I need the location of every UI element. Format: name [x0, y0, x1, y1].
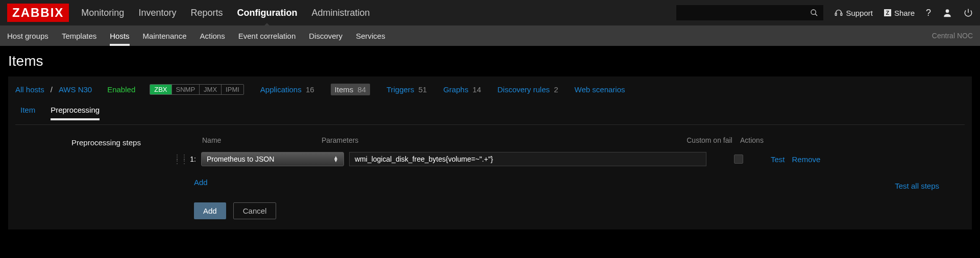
tabs-underline	[15, 124, 965, 125]
iface-snmp: SNMP	[172, 85, 200, 94]
test-all-steps-link[interactable]: Test all steps	[895, 182, 939, 190]
triggers-count: 51	[419, 85, 427, 94]
step-index: 1:	[187, 155, 196, 163]
add-step-wrap: Add	[194, 178, 208, 187]
subnav-maintenance[interactable]: Maintenance	[143, 25, 187, 46]
context-label: Central NOC	[932, 32, 973, 40]
nav-monitoring[interactable]: Monitoring	[81, 0, 124, 25]
power-icon[interactable]	[964, 8, 973, 17]
subnav-templates[interactable]: Templates	[62, 25, 96, 46]
col-actions-header: Actions	[740, 136, 817, 144]
svg-point-0	[811, 10, 816, 14]
discovery-link[interactable]: Discovery rules 2	[498, 85, 558, 94]
step-1-row: ⋮⋮⋮⋮ 1: Prometheus to JSON ▲▼ Test Remo	[71, 147, 965, 219]
help-button[interactable]: ?	[926, 8, 931, 18]
search-icon	[810, 9, 818, 17]
subnav-actions[interactable]: Actions	[200, 25, 225, 46]
triggers-label: Triggers	[386, 85, 414, 94]
subnav-hosts[interactable]: Hosts	[110, 25, 129, 46]
triggers-link[interactable]: Triggers 51	[386, 85, 427, 94]
subnav-event-correlation[interactable]: Event correlation	[238, 25, 296, 46]
subnav-host-groups[interactable]: Host groups	[7, 25, 48, 46]
nav-configuration[interactable]: Configuration	[237, 0, 297, 25]
applications-link[interactable]: Applications 16	[260, 85, 314, 94]
user-icon[interactable]	[942, 8, 952, 18]
headset-icon	[835, 9, 843, 17]
add-step-link[interactable]: Add	[194, 178, 208, 187]
interface-badges: ZBX SNMP JMX IPMI	[150, 84, 244, 95]
step-remove-link[interactable]: Remove	[792, 155, 821, 164]
content: Items All hosts / AWS N30 Enabled ZBX SN…	[0, 46, 980, 239]
iface-jmx: JMX	[200, 85, 222, 94]
search-input[interactable]	[676, 5, 823, 20]
form-tabs: Item Preprocessing	[15, 106, 965, 120]
share-z-icon: Z	[884, 9, 891, 16]
row-actions: Test Remove	[771, 155, 820, 164]
subnav-discovery[interactable]: Discovery	[309, 25, 342, 46]
items-current[interactable]: Items 84	[331, 84, 371, 95]
subnav-services[interactable]: Services	[356, 25, 385, 46]
column-headers: Name Parameters Custom on fail Actions	[174, 136, 965, 144]
web-scenarios-link[interactable]: Web scenarios	[575, 85, 625, 94]
all-hosts-link[interactable]: All hosts	[15, 85, 44, 94]
svg-rect-3	[841, 13, 842, 16]
host-breadcrumb: All hosts / AWS N30 Enabled ZBX SNMP JMX…	[15, 84, 965, 95]
step-row: ⋮⋮⋮⋮ 1: Prometheus to JSON ▲▼ Test Remo	[174, 152, 965, 166]
panel: All hosts / AWS N30 Enabled ZBX SNMP JMX…	[8, 76, 972, 229]
host-enabled-label: Enabled	[107, 85, 135, 94]
custom-on-fail-cell	[712, 154, 766, 164]
support-link[interactable]: Support	[835, 9, 873, 17]
share-label: Share	[894, 9, 915, 17]
nav-inventory[interactable]: Inventory	[138, 0, 176, 25]
nav-reports[interactable]: Reports	[190, 0, 223, 25]
sub-nav: Host groups Templates Hosts Maintenance …	[0, 25, 980, 46]
drag-handle-icon[interactable]: ⋮⋮⋮⋮	[174, 155, 182, 163]
form-buttons: Add Cancel	[174, 202, 965, 219]
top-right: Support Z Share ?	[676, 5, 973, 20]
cancel-button[interactable]: Cancel	[233, 202, 277, 219]
graphs-link[interactable]: Graphs 14	[443, 85, 481, 94]
iface-zbx: ZBX	[150, 85, 172, 94]
support-label: Support	[846, 9, 873, 17]
applications-label: Applications	[260, 85, 302, 94]
step-test-link[interactable]: Test	[771, 155, 785, 164]
share-link[interactable]: Z Share	[884, 9, 915, 17]
step-type-value: Prometheus to JSON	[207, 155, 274, 163]
svg-line-1	[815, 14, 817, 16]
col-params-header: Parameters	[322, 136, 679, 144]
step-param-input[interactable]	[349, 152, 706, 166]
discovery-label: Discovery rules	[498, 85, 550, 94]
header-row: Preprocessing steps Name Parameters Cust…	[71, 136, 965, 147]
tab-preprocessing[interactable]: Preprocessing	[51, 106, 100, 120]
main-nav: Monitoring Inventory Reports Configurati…	[81, 0, 370, 25]
graphs-label: Graphs	[443, 85, 468, 94]
applications-count: 16	[306, 85, 314, 94]
step-type-select[interactable]: Prometheus to JSON ▲▼	[201, 152, 344, 166]
items-count: 84	[357, 85, 366, 94]
svg-rect-2	[836, 13, 837, 16]
svg-point-4	[946, 9, 949, 13]
col-name-header: Name	[174, 136, 322, 144]
col-fail-header: Custom on fail	[679, 136, 740, 144]
graphs-count: 14	[473, 85, 481, 94]
breadcrumb-sep: /	[51, 85, 53, 94]
custom-on-fail-checkbox[interactable]	[734, 154, 743, 164]
section-label: Preprocessing steps	[71, 136, 163, 147]
nav-administration[interactable]: Administration	[311, 0, 370, 25]
topbar: ZABBIX Monitoring Inventory Reports Conf…	[0, 0, 980, 25]
form-area: Preprocessing steps Name Parameters Cust…	[15, 136, 965, 219]
brand-logo[interactable]: ZABBIX	[7, 4, 69, 22]
tab-item[interactable]: Item	[20, 106, 35, 120]
select-arrows-icon: ▲▼	[333, 156, 338, 162]
page-title: Items	[8, 53, 972, 69]
add-button[interactable]: Add	[194, 202, 226, 219]
discovery-count: 2	[554, 85, 558, 94]
items-label: Items	[335, 85, 354, 94]
host-name-link[interactable]: AWS N30	[59, 85, 92, 94]
iface-ipmi: IPMI	[222, 85, 243, 94]
